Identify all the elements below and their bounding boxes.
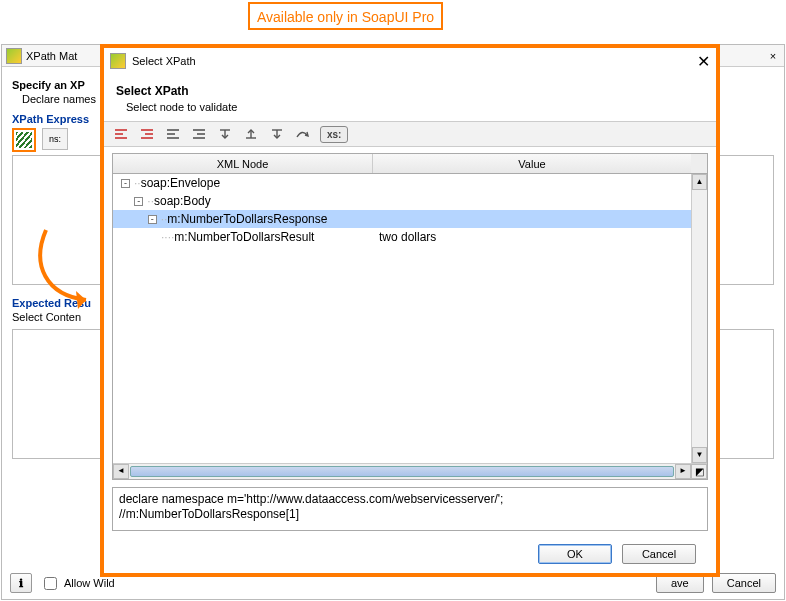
- select-xpath-dialog: Select XPath ✕ Select XPath Select node …: [100, 44, 720, 577]
- header-corner: [691, 154, 707, 173]
- tree-header: XML Node Value: [113, 154, 707, 174]
- horizontal-scrollbar[interactable]: ◄ ► ◩: [113, 463, 707, 479]
- allow-wildcards-label: Allow Wild: [64, 577, 115, 589]
- expand-up-icon[interactable]: [242, 126, 260, 142]
- tree-toggle-icon[interactable]: -: [121, 179, 130, 188]
- declare-ns-button[interactable]: ns:: [42, 128, 68, 150]
- tree-node-value: two dollars: [373, 230, 707, 244]
- tree-body[interactable]: -··soap:Envelope -··soap:Body -··m:Numbe…: [113, 174, 707, 463]
- collapse-down-alt-icon[interactable]: [268, 126, 286, 142]
- allow-wildcards-input[interactable]: [44, 577, 57, 590]
- align-right-icon[interactable]: [190, 126, 208, 142]
- tree-leaf-icon: ··: [161, 230, 168, 244]
- tree-row[interactable]: -··soap:Envelope: [113, 174, 707, 192]
- dialog-titlebar: Select XPath ✕: [104, 48, 716, 74]
- xpath-output-text[interactable]: declare namespace m='http://www.dataacce…: [112, 487, 708, 531]
- tree-toggle-icon[interactable]: -: [134, 197, 143, 206]
- column-xml-node[interactable]: XML Node: [113, 154, 373, 173]
- tree-row[interactable]: -··soap:Body: [113, 192, 707, 210]
- close-icon[interactable]: ×: [766, 50, 780, 62]
- align-left-red-icon[interactable]: [112, 126, 130, 142]
- dialog-title: Select XPath: [132, 55, 696, 67]
- tree-node-label: -··m:NumberToDollarsResponse: [113, 212, 373, 226]
- resize-corner-icon[interactable]: ◩: [691, 464, 707, 479]
- align-right-red-icon[interactable]: [138, 126, 156, 142]
- close-icon[interactable]: ✕: [696, 52, 710, 71]
- xpath-tree-icon: [16, 132, 32, 148]
- collapse-down-icon[interactable]: [216, 126, 234, 142]
- tree-node-label: ····m:NumberToDollarsResult: [113, 230, 373, 244]
- scroll-thumb[interactable]: [130, 466, 674, 477]
- scroll-up-icon[interactable]: ▲: [692, 174, 707, 190]
- parent-cancel-button[interactable]: Cancel: [712, 573, 776, 593]
- app-icon: [110, 53, 126, 69]
- tree-node-label: -··soap:Envelope: [113, 176, 373, 190]
- dialog-header: Select XPath Select node to validate: [104, 74, 716, 121]
- ok-button[interactable]: OK: [538, 544, 612, 564]
- select-xpath-toolbar-button[interactable]: [12, 128, 36, 152]
- tree-row[interactable]: ····m:NumberToDollarsResulttwo dollars: [113, 228, 707, 246]
- xml-tree-panel: XML Node Value -··soap:Envelope -··soap:…: [112, 153, 708, 480]
- dialog-heading: Select XPath: [116, 84, 704, 98]
- xs-toggle-button[interactable]: xs:: [320, 126, 348, 143]
- cancel-button[interactable]: Cancel: [622, 544, 696, 564]
- dialog-toolbar: xs:: [104, 121, 716, 147]
- dialog-button-bar: OK Cancel: [104, 535, 716, 573]
- align-left-icon[interactable]: [164, 126, 182, 142]
- dialog-subheading: Select node to validate: [126, 101, 704, 113]
- tree-row[interactable]: -··m:NumberToDollarsResponse: [113, 210, 707, 228]
- tree-toggle-icon[interactable]: -: [148, 215, 157, 224]
- help-button[interactable]: ℹ: [10, 573, 32, 593]
- tree-node-label: -··soap:Body: [113, 194, 373, 208]
- callout-arrow-icon: [26, 225, 96, 315]
- pro-only-banner: Available only in SoapUI Pro: [248, 2, 443, 30]
- scroll-left-icon[interactable]: ◄: [113, 464, 129, 479]
- step-over-icon[interactable]: [294, 126, 312, 142]
- scroll-down-icon[interactable]: ▼: [692, 447, 707, 463]
- scroll-right-icon[interactable]: ►: [675, 464, 691, 479]
- column-value[interactable]: Value: [373, 154, 691, 173]
- info-icon: ℹ: [19, 577, 23, 590]
- app-icon: [6, 48, 22, 64]
- vertical-scrollbar[interactable]: ▲ ▼: [691, 174, 707, 463]
